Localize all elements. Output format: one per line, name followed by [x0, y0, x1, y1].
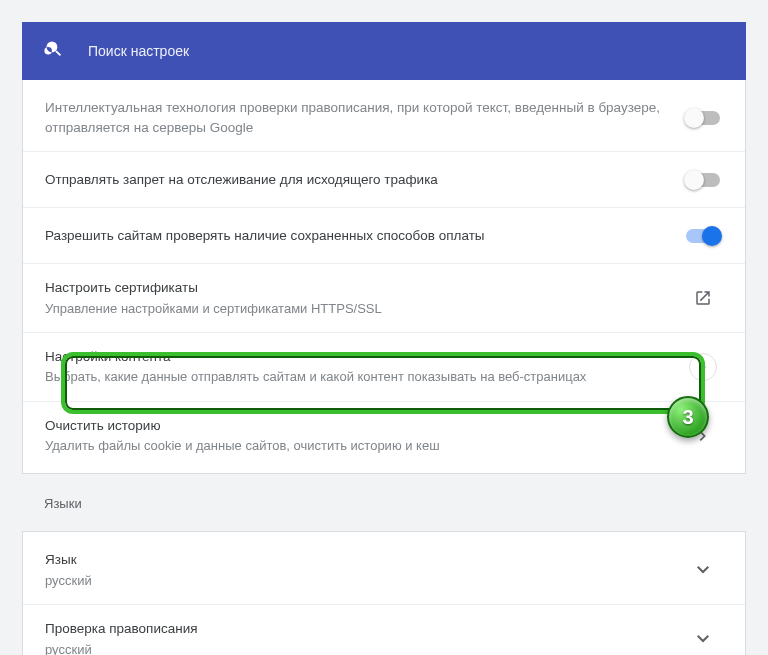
row-subtitle: Управление настройками и сертификатами H… [45, 300, 667, 318]
row-title: Настроить сертификаты [45, 278, 667, 298]
row-manage-certificates[interactable]: Настроить сертификаты Управление настрой… [23, 263, 745, 332]
row-title: Разрешить сайтам проверять наличие сохра… [45, 226, 667, 246]
privacy-card: Интеллектуальная технология проверки пра… [22, 80, 746, 474]
row-title: Отправлять запрет на отслеживание для ис… [45, 170, 667, 190]
row-value: русский [45, 572, 667, 590]
row-title: Язык [45, 550, 667, 570]
row-spellcheck-service[interactable]: Интеллектуальная технология проверки пра… [23, 84, 745, 151]
row-clear-browsing-data[interactable]: Очистить историю Удалить файлы cookie и … [23, 401, 745, 470]
row-title: Очистить историю [45, 416, 667, 436]
row-language[interactable]: Язык русский [23, 536, 745, 604]
row-title: Интеллектуальная технология проверки пра… [45, 98, 667, 137]
row-do-not-track[interactable]: Отправлять запрет на отслеживание для ис… [23, 151, 745, 207]
toggle-payment-check[interactable] [686, 229, 720, 243]
toggle-do-not-track[interactable] [686, 173, 720, 187]
chevron-right-icon [689, 353, 717, 381]
row-content-settings[interactable]: Настройки контента Выбрать, какие данные… [23, 332, 745, 401]
search-input[interactable] [88, 43, 724, 59]
row-title: Настройки контента [45, 347, 667, 367]
languages-card: Язык русский Проверка правописания русск… [22, 531, 746, 655]
search-icon [44, 39, 64, 63]
toggle-spellcheck-service[interactable] [686, 111, 720, 125]
row-title: Проверка правописания [45, 619, 667, 639]
row-subtitle: Выбрать, какие данные отправлять сайтам … [45, 368, 667, 386]
row-subtitle: Удалить файлы cookie и данные сайтов, оч… [45, 437, 667, 455]
chevron-down-icon [683, 635, 723, 643]
row-payment-check[interactable]: Разрешить сайтам проверять наличие сохра… [23, 207, 745, 263]
open-external-icon [683, 289, 723, 307]
section-heading-languages: Языки [22, 474, 746, 519]
chevron-down-icon [683, 566, 723, 574]
search-bar[interactable] [22, 22, 746, 80]
row-spell-check[interactable]: Проверка правописания русский [23, 604, 745, 655]
row-value: русский [45, 641, 667, 655]
chevron-right-icon [683, 431, 723, 441]
